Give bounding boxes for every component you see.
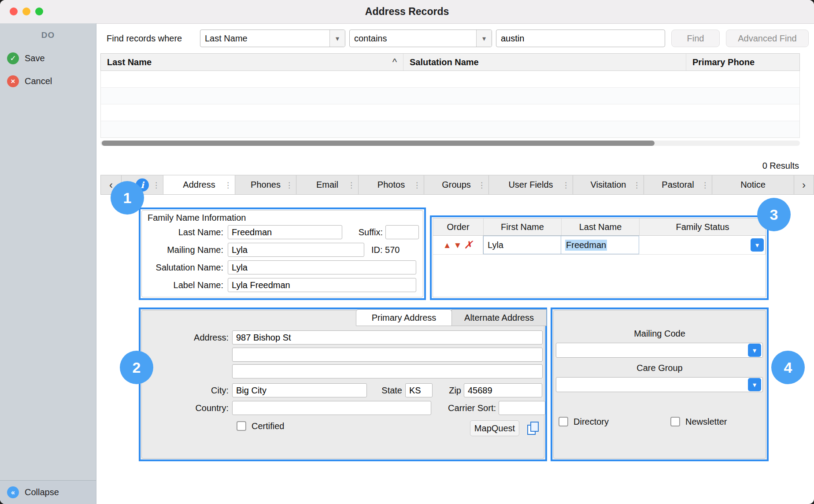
- chevron-down-icon: ▾: [476, 30, 492, 47]
- copy-icon[interactable]: [527, 422, 539, 435]
- cancel-button[interactable]: × Cancel: [7, 75, 52, 87]
- country-input[interactable]: [232, 401, 431, 415]
- members-table-header: Order First Name Last Name Family Status: [433, 219, 766, 236]
- results-count: 0 Results: [762, 161, 799, 171]
- address-line2-input[interactable]: [232, 348, 543, 362]
- find-button[interactable]: Find: [671, 30, 720, 47]
- certified-label: Certified: [252, 421, 284, 431]
- city-label: City:: [141, 383, 229, 398]
- search-operator-select[interactable]: contains ▾: [349, 30, 492, 47]
- sidebar-header: DO: [0, 30, 96, 40]
- address-section: Primary Address Alternate Address Addres…: [139, 308, 547, 461]
- tab-label: Groups: [442, 180, 471, 190]
- record-tabs: ‹ i ⋮ Address ⋮ Phones ⋮ Email ⋮ Photos …: [100, 175, 814, 195]
- chevron-down-icon: ▾: [329, 30, 345, 47]
- collapse-button[interactable]: « Collapse: [0, 480, 96, 504]
- member-first-name-cell[interactable]: Lyla: [483, 236, 561, 254]
- tab-notice[interactable]: Notice: [712, 175, 794, 195]
- address-line1-input[interactable]: [232, 330, 543, 345]
- label-name-input[interactable]: [228, 278, 416, 292]
- tab-label: Address: [183, 180, 215, 190]
- mailing-name-input[interactable]: [228, 243, 364, 257]
- collapse-label: Collapse: [25, 487, 59, 497]
- column-label: Last Name: [107, 57, 152, 67]
- save-label: Save: [25, 53, 45, 63]
- find-records-label: Find records where: [107, 33, 195, 44]
- salutation-name-input[interactable]: [228, 260, 416, 274]
- save-button[interactable]: ✓ Save: [7, 52, 45, 64]
- tab-label: User Fields: [508, 180, 553, 190]
- tab-options-icon[interactable]: ⋮: [348, 180, 355, 189]
- tab-label: Email: [316, 180, 338, 190]
- mailing-code-select[interactable]: ▾: [556, 343, 763, 358]
- mapquest-button[interactable]: MapQuest: [470, 420, 519, 436]
- tab-options-icon[interactable]: ⋮: [701, 180, 709, 189]
- label-name-label: Label Name:: [141, 278, 223, 293]
- certified-checkbox[interactable]: [237, 421, 246, 431]
- tab-primary-address[interactable]: Primary Address: [356, 309, 452, 326]
- move-up-icon[interactable]: ▲: [443, 241, 451, 249]
- column-header-primary-phone[interactable]: Primary Phone: [686, 54, 799, 70]
- horizontal-scrollbar[interactable]: [100, 141, 800, 146]
- last-name-label: Last Name:: [141, 225, 223, 240]
- scrollbar-thumb[interactable]: [102, 141, 655, 146]
- tabs-scroll-right-button[interactable]: ›: [794, 175, 814, 195]
- column-header-first-name: First Name: [483, 219, 561, 235]
- search-query-input[interactable]: [496, 30, 665, 47]
- search-field-value: Last Name: [200, 33, 329, 44]
- tab-label: Notice: [740, 180, 766, 190]
- column-header-salutation-name[interactable]: Salutation Name: [403, 54, 686, 70]
- care-group-select[interactable]: ▾: [556, 377, 763, 392]
- main-area: Find records where Last Name ▾ contains …: [96, 23, 814, 504]
- tab-options-icon[interactable]: ⋮: [285, 180, 293, 189]
- tab-visitation[interactable]: Visitation ⋮: [573, 175, 644, 195]
- tab-options-icon[interactable]: ⋮: [562, 180, 570, 189]
- sort-ascending-icon: ^: [392, 56, 397, 68]
- table-row: [101, 88, 799, 104]
- tab-label: Pastoral: [662, 180, 694, 190]
- search-field-select[interactable]: Last Name ▾: [200, 30, 345, 47]
- tab-options-icon[interactable]: ⋮: [224, 180, 232, 189]
- annotation-badge-4: 4: [771, 351, 805, 384]
- tab-options-icon[interactable]: ⋮: [478, 180, 485, 189]
- tab-groups[interactable]: Groups ⋮: [424, 175, 489, 195]
- family-status-dropdown-button[interactable]: ▾: [751, 238, 764, 252]
- suffix-input[interactable]: [385, 225, 419, 239]
- mailing-code-dropdown-button[interactable]: ▾: [748, 344, 761, 357]
- tab-options-icon[interactable]: ⋮: [633, 180, 640, 189]
- move-down-icon[interactable]: ▼: [453, 241, 462, 249]
- tab-options-icon[interactable]: ⋮: [152, 180, 160, 189]
- newsletter-checkbox[interactable]: [670, 417, 680, 426]
- family-status-cell[interactable]: ▾: [639, 236, 766, 254]
- tab-phones[interactable]: Phones ⋮: [235, 175, 296, 195]
- annotation-badge-2: 2: [120, 351, 153, 384]
- family-name-section: Family Name Information Last Name: Suffi…: [139, 208, 426, 300]
- tab-options-icon[interactable]: ⋮: [413, 180, 421, 189]
- care-group-dropdown-button[interactable]: ▾: [748, 378, 761, 391]
- member-last-name-cell[interactable]: Freedman: [561, 236, 639, 254]
- app-window: Address Records DO ✓ Save × Cancel « Col…: [0, 0, 814, 504]
- tab-photos[interactable]: Photos ⋮: [358, 175, 424, 195]
- remove-member-icon[interactable]: ✗: [464, 240, 473, 250]
- directory-checkbox[interactable]: [559, 417, 568, 426]
- column-header-last-name: Last Name: [561, 219, 639, 235]
- tab-label: Phones: [251, 180, 281, 190]
- salutation-name-label: Salutation Name:: [141, 260, 223, 275]
- tab-address[interactable]: Address ⋮: [163, 175, 235, 195]
- tab-user-fields[interactable]: User Fields ⋮: [488, 175, 573, 195]
- tab-email[interactable]: Email ⋮: [296, 175, 359, 195]
- search-operator-value: contains: [350, 33, 476, 44]
- column-header-last-name[interactable]: Last Name ^: [101, 54, 403, 70]
- member-row: ▲ ▼ ✗ Lyla Freedman ▾: [433, 236, 766, 255]
- advanced-find-button[interactable]: Advanced Find: [726, 30, 809, 47]
- carrier-sort-input[interactable]: [499, 401, 545, 415]
- address-line3-input[interactable]: [232, 364, 543, 378]
- directory-label: Directory: [574, 416, 609, 427]
- cancel-x-icon: ×: [7, 75, 19, 87]
- annotation-badge-3: 3: [757, 198, 791, 231]
- zip-input[interactable]: [464, 383, 542, 397]
- tab-pastoral[interactable]: Pastoral ⋮: [644, 175, 712, 195]
- tab-alternate-address[interactable]: Alternate Address: [451, 309, 547, 326]
- results-table-body: [100, 71, 800, 138]
- titlebar: Address Records: [0, 0, 814, 24]
